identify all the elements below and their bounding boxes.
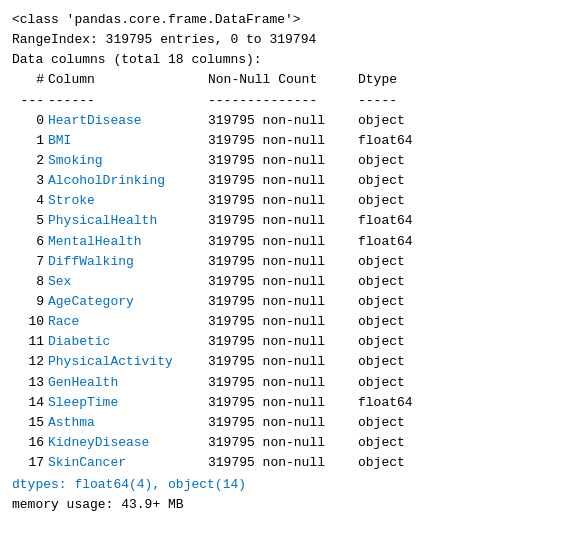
sep-nonnull: -------------- xyxy=(208,91,358,111)
row-nonnull: 319795 non-null xyxy=(208,373,358,393)
table-row: 0HeartDisease319795 non-nullobject xyxy=(12,111,438,131)
row-num: 13 xyxy=(12,373,48,393)
row-dtype: object xyxy=(358,252,438,272)
row-nonnull: 319795 non-null xyxy=(208,191,358,211)
table-row: 16KidneyDisease319795 non-nullobject xyxy=(12,433,438,453)
row-num: 4 xyxy=(12,191,48,211)
row-column-name: Diabetic xyxy=(48,332,208,352)
dtypes-line: dtypes: float64(4), object(14) xyxy=(12,475,570,495)
row-nonnull: 319795 non-null xyxy=(208,272,358,292)
row-nonnull: 319795 non-null xyxy=(208,151,358,171)
row-nonnull: 319795 non-null xyxy=(208,352,358,372)
table-row: 2Smoking319795 non-nullobject xyxy=(12,151,438,171)
footer-block: dtypes: float64(4), object(14) memory us… xyxy=(12,475,570,515)
row-column-name: Asthma xyxy=(48,413,208,433)
header-nonnull: Non-Null Count xyxy=(208,70,358,90)
row-num: 16 xyxy=(12,433,48,453)
row-column-name: Stroke xyxy=(48,191,208,211)
row-column-name: BMI xyxy=(48,131,208,151)
row-nonnull: 319795 non-null xyxy=(208,232,358,252)
table-row: 15Asthma319795 non-nullobject xyxy=(12,413,438,433)
sep-column: ------ xyxy=(48,91,208,111)
row-nonnull: 319795 non-null xyxy=(208,393,358,413)
table-row: 17SkinCancer319795 non-nullobject xyxy=(12,453,438,473)
row-dtype: object xyxy=(358,292,438,312)
columns-line: Data columns (total 18 columns): xyxy=(12,50,570,70)
row-nonnull: 319795 non-null xyxy=(208,171,358,191)
row-num: 10 xyxy=(12,312,48,332)
table-row: 4Stroke319795 non-nullobject xyxy=(12,191,438,211)
sep-dtype: ----- xyxy=(358,91,438,111)
row-column-name: MentalHealth xyxy=(48,232,208,252)
row-dtype: object xyxy=(358,433,438,453)
memory-line: memory usage: 43.9+ MB xyxy=(12,495,570,515)
table-row: 8Sex319795 non-nullobject xyxy=(12,272,438,292)
row-num: 11 xyxy=(12,332,48,352)
table-header-row: # Column Non-Null Count Dtype xyxy=(12,70,438,90)
row-dtype: object xyxy=(358,413,438,433)
row-nonnull: 319795 non-null xyxy=(208,413,358,433)
row-num: 3 xyxy=(12,171,48,191)
row-column-name: PhysicalActivity xyxy=(48,352,208,372)
header-column: Column xyxy=(48,70,208,90)
row-column-name: PhysicalHealth xyxy=(48,211,208,231)
table-row: 3AlcoholDrinking319795 non-nullobject xyxy=(12,171,438,191)
row-dtype: object xyxy=(358,171,438,191)
row-column-name: SleepTime xyxy=(48,393,208,413)
row-dtype: object xyxy=(358,151,438,171)
row-dtype: float64 xyxy=(358,131,438,151)
row-nonnull: 319795 non-null xyxy=(208,453,358,473)
row-column-name: DiffWalking xyxy=(48,252,208,272)
output-block: <class 'pandas.core.frame.DataFrame'> Ra… xyxy=(12,10,570,516)
dataframe-table: # Column Non-Null Count Dtype --- ------… xyxy=(12,70,438,473)
row-column-name: AgeCategory xyxy=(48,292,208,312)
row-nonnull: 319795 non-null xyxy=(208,111,358,131)
row-num: 9 xyxy=(12,292,48,312)
table-row: 13GenHealth319795 non-nullobject xyxy=(12,373,438,393)
row-column-name: KidneyDisease xyxy=(48,433,208,453)
row-dtype: object xyxy=(358,453,438,473)
row-column-name: AlcoholDrinking xyxy=(48,171,208,191)
header-num: # xyxy=(12,70,48,90)
table-row: 11Diabetic319795 non-nullobject xyxy=(12,332,438,352)
row-nonnull: 319795 non-null xyxy=(208,211,358,231)
row-nonnull: 319795 non-null xyxy=(208,332,358,352)
table-row: 9AgeCategory319795 non-nullobject xyxy=(12,292,438,312)
row-num: 12 xyxy=(12,352,48,372)
row-column-name: Smoking xyxy=(48,151,208,171)
row-dtype: object xyxy=(358,332,438,352)
row-nonnull: 319795 non-null xyxy=(208,433,358,453)
row-column-name: HeartDisease xyxy=(48,111,208,131)
row-column-name: Race xyxy=(48,312,208,332)
row-dtype: object xyxy=(358,352,438,372)
row-num: 2 xyxy=(12,151,48,171)
table-row: 6MentalHealth319795 non-nullfloat64 xyxy=(12,232,438,252)
row-dtype: float64 xyxy=(358,393,438,413)
row-column-name: SkinCancer xyxy=(48,453,208,473)
row-num: 8 xyxy=(12,272,48,292)
row-nonnull: 319795 non-null xyxy=(208,312,358,332)
row-dtype: object xyxy=(358,373,438,393)
row-num: 17 xyxy=(12,453,48,473)
table-row: 7DiffWalking319795 non-nullobject xyxy=(12,252,438,272)
row-num: 1 xyxy=(12,131,48,151)
range-line: RangeIndex: 319795 entries, 0 to 319794 xyxy=(12,30,570,50)
row-column-name: Sex xyxy=(48,272,208,292)
row-dtype: object xyxy=(358,111,438,131)
row-num: 6 xyxy=(12,232,48,252)
row-column-name: GenHealth xyxy=(48,373,208,393)
row-dtype: float64 xyxy=(358,232,438,252)
row-num: 15 xyxy=(12,413,48,433)
table-row: 1BMI319795 non-nullfloat64 xyxy=(12,131,438,151)
row-dtype: object xyxy=(358,191,438,211)
table-row: 14SleepTime319795 non-nullfloat64 xyxy=(12,393,438,413)
row-dtype: object xyxy=(358,312,438,332)
table-row: 10Race319795 non-nullobject xyxy=(12,312,438,332)
row-num: 5 xyxy=(12,211,48,231)
sep-num: --- xyxy=(12,91,48,111)
separator-row: --- ------ -------------- ----- xyxy=(12,91,438,111)
class-line: <class 'pandas.core.frame.DataFrame'> xyxy=(12,10,570,30)
table-row: 5PhysicalHealth319795 non-nullfloat64 xyxy=(12,211,438,231)
row-nonnull: 319795 non-null xyxy=(208,292,358,312)
row-dtype: object xyxy=(358,272,438,292)
